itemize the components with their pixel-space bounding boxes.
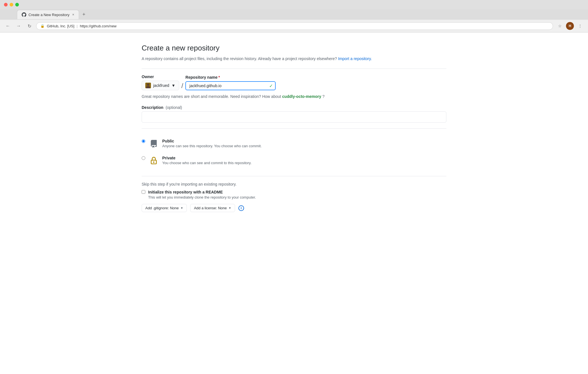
owner-avatar — [145, 83, 151, 88]
public-visibility-text: Public Anyone can see this repository. Y… — [162, 139, 262, 148]
private-lock-icon — [150, 157, 158, 165]
addon-row: Add .gitignore: None ▼ Add a license: No… — [142, 204, 446, 212]
init-readme-label: Initialize this repository with a README — [148, 190, 256, 194]
private-title: Private — [162, 156, 252, 160]
new-tab-button[interactable]: + — [79, 9, 89, 20]
init-readme-desc: This will let you immediately clone the … — [148, 195, 256, 199]
close-window-button[interactable] — [4, 3, 8, 6]
license-select[interactable]: Add a license: None ▼ — [190, 204, 235, 212]
browser-toolbar: ← → ↻ 🔒 GitHub, Inc. [US] | https://gith… — [0, 20, 588, 32]
init-readme-checkbox[interactable] — [142, 190, 145, 194]
browser-window: Create a New Repository × + ← → ↻ 🔒 GitH… — [0, 0, 588, 32]
description-label: Description (optional) — [142, 105, 446, 110]
url-address-text: https://github.com/new — [80, 24, 117, 28]
description-divider — [142, 128, 446, 129]
browser-titlebar — [0, 0, 588, 9]
description-optional-label: (optional) — [166, 105, 182, 110]
slash-separator: / — [181, 82, 183, 89]
repo-name-valid-checkmark: ✓ — [269, 83, 273, 89]
page-content: Create a new repository A repository con… — [125, 32, 463, 374]
init-readme-text-group: Initialize this repository with a README… — [148, 190, 256, 199]
info-icon[interactable]: i — [238, 205, 244, 211]
minimize-window-button[interactable] — [10, 3, 13, 6]
repo-icon — [149, 139, 159, 149]
bookmark-button[interactable]: ☆ — [556, 22, 564, 30]
maximize-window-button[interactable] — [15, 3, 19, 6]
tab-bar: Create a New Repository × + — [0, 9, 588, 20]
skip-text: Skip this step if you're importing an ex… — [142, 182, 446, 186]
page-description: A repository contains all project files,… — [142, 56, 446, 62]
private-visibility-text: Private You choose who can see and commi… — [162, 156, 252, 165]
description-section: Description (optional) — [142, 105, 446, 123]
public-radio[interactable] — [142, 139, 145, 143]
gitignore-select[interactable]: Add .gitignore: None ▼ — [142, 204, 187, 212]
window-controls — [4, 3, 19, 6]
page-title: Create a new repository — [142, 44, 446, 52]
address-bar[interactable]: 🔒 GitHub, Inc. [US] | https://github.com… — [36, 22, 553, 30]
user-avatar-button[interactable]: H — [566, 22, 574, 30]
private-desc: You choose who can see and commit to thi… — [162, 161, 252, 165]
owner-dropdown-icon: ▼ — [172, 83, 175, 88]
gitignore-label: Add .gitignore: None — [145, 206, 179, 210]
suggestion-text: Great repository names are short and mem… — [142, 94, 446, 100]
security-lock-icon: 🔒 — [40, 24, 45, 28]
svg-point-1 — [147, 83, 149, 86]
public-desc: Anyone can see this repository. You choo… — [162, 144, 262, 148]
import-link[interactable]: Import a repository. — [338, 56, 372, 61]
private-option[interactable]: Private You choose who can see and commi… — [142, 152, 446, 169]
gitignore-dropdown-icon: ▼ — [181, 206, 183, 210]
toolbar-actions: ☆ H ⋮ — [556, 22, 584, 30]
owner-label: Owner — [142, 74, 179, 79]
repo-name-field-group: Repository name* ✓ — [185, 75, 276, 90]
description-input[interactable] — [142, 111, 446, 123]
owner-select[interactable]: jackfrued ▼ — [142, 81, 179, 90]
active-tab[interactable]: Create a New Repository × — [17, 10, 79, 19]
menu-button[interactable]: ⋮ — [576, 22, 584, 30]
forward-button[interactable]: → — [15, 22, 23, 30]
visibility-divider — [142, 176, 446, 176]
license-label: Add a license: None — [194, 206, 227, 210]
repo-name-input[interactable] — [185, 81, 276, 90]
repo-name-label: Repository name* — [185, 75, 276, 80]
url-security-text: GitHub, Inc. [US] — [47, 24, 74, 28]
tab-close-button[interactable]: × — [72, 13, 74, 17]
license-dropdown-icon: ▼ — [229, 206, 231, 210]
public-option[interactable]: Public Anyone can see this repository. Y… — [142, 135, 446, 152]
header-divider — [142, 69, 446, 69]
required-star: * — [218, 75, 220, 80]
owner-name: jackfrued — [153, 83, 169, 88]
init-section: Skip this step if you're importing an ex… — [142, 182, 446, 212]
private-radio[interactable] — [142, 156, 145, 160]
url-separator: | — [77, 24, 78, 28]
reload-button[interactable]: ↻ — [25, 22, 33, 30]
lock-icon — [149, 156, 159, 166]
avatar-image — [145, 83, 151, 88]
public-repo-icon — [150, 140, 158, 148]
owner-repo-row: Owner jackfrued ▼ / — [142, 74, 446, 90]
back-button[interactable]: ← — [4, 22, 12, 30]
owner-repo-section: Owner jackfrued ▼ / — [142, 74, 446, 100]
owner-field-group: Owner jackfrued ▼ — [142, 74, 179, 90]
suggestion-link[interactable]: cuddly-octo-memory — [282, 94, 321, 99]
tab-title: Create a New Repository — [28, 13, 69, 17]
public-title: Public — [162, 139, 262, 143]
visibility-section: Public Anyone can see this repository. Y… — [142, 135, 446, 169]
repo-name-input-wrapper: ✓ — [185, 81, 276, 90]
github-tab-icon — [22, 12, 26, 17]
init-readme-row: Initialize this repository with a README… — [142, 190, 446, 199]
